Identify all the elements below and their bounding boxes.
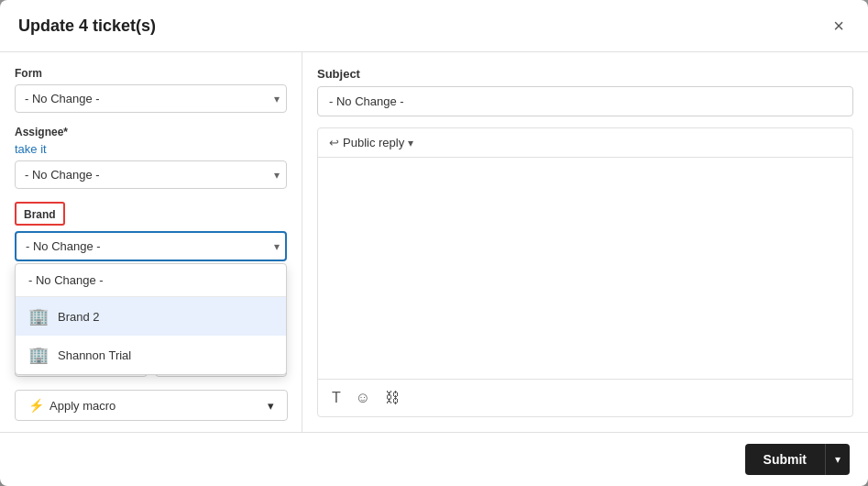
brand2-icon: 🏢 [28,306,49,326]
left-panel-inner: Form - No Change - ▾ Assignee* take it - [15,67,287,417]
modal-title: Update 4 ticket(s) [18,17,156,36]
dropdown-brand2-label: Brand 2 [58,310,100,324]
submit-group: Submit ▾ [745,444,850,475]
reply-toolbar[interactable]: ↩ Public reply ▾ [318,128,852,158]
assignee-select-wrapper: - No Change - ▾ [15,160,287,189]
subject-input[interactable] [317,86,853,116]
dropdown-shannon-label: Shannon Trial [58,348,131,362]
apply-macro-left: ⚡ Apply macro [28,398,115,413]
link-icon[interactable]: ⛓ [382,387,402,409]
brand-dropdown: - No Change - 🏢 Brand 2 🏢 Shannon Trial [15,263,287,375]
dropdown-no-change[interactable]: - No Change - [16,264,286,297]
assignee-field: Assignee* take it - No Change - ▾ [15,126,287,189]
assignee-label: Assignee* [15,126,287,138]
left-panel: Form - No Change - ▾ Assignee* take it - [0,52,302,432]
form-field: Form - No Change - ▾ [15,67,287,113]
text-format-icon[interactable]: T [329,387,344,409]
editor-content[interactable] [318,158,852,379]
reply-chevron-icon: ▾ [408,137,413,149]
take-it-link[interactable]: take it [15,142,47,156]
brand-label-box: Brand [15,202,65,226]
subject-label: Subject [317,67,853,81]
brand-field: Brand - No Change - ▾ - No Change - 🏢 [15,202,287,261]
submit-button[interactable]: Submit [745,444,825,475]
reply-label: Public reply [343,136,404,149]
apply-macro-label: Apply macro [49,399,115,413]
apply-macro-chevron-icon: ▾ [268,399,274,413]
submit-chevron-icon: ▾ [835,453,841,466]
modal-body: Form - No Change - ▾ Assignee* take it - [0,52,868,432]
apply-macro-button[interactable]: ⚡ Apply macro ▾ [15,390,288,421]
editor-area: ↩ Public reply ▾ T ☺ ⛓ [317,127,853,417]
form-select[interactable]: - No Change - [15,84,287,113]
modal: Update 4 ticket(s) × Form - No Change - … [0,0,868,486]
submit-arrow-button[interactable]: ▾ [825,444,850,475]
lightning-icon: ⚡ [28,398,44,413]
emoji-icon[interactable]: ☺ [353,387,373,409]
brand-select-wrapper: - No Change - ▾ [15,231,287,261]
dropdown-shannon[interactable]: 🏢 Shannon Trial [16,336,286,374]
form-label: Form [15,67,287,80]
modal-footer: Submit ▾ [0,432,868,486]
shannon-icon: 🏢 [28,345,49,365]
assignee-select[interactable]: - No Change - [15,160,287,189]
close-button[interactable]: × [828,15,850,37]
right-panel: Subject ↩ Public reply ▾ T ☺ ⛓ [302,52,868,432]
reply-arrow-icon: ↩ [329,136,339,149]
editor-bottom-toolbar: T ☺ ⛓ [318,379,852,416]
form-select-wrapper: - No Change - ▾ [15,84,287,113]
brand-label: Brand [24,208,56,221]
modal-header: Update 4 ticket(s) × [0,0,868,52]
brand-select[interactable]: - No Change - [15,231,287,261]
dropdown-brand2[interactable]: 🏢 Brand 2 [16,297,286,336]
